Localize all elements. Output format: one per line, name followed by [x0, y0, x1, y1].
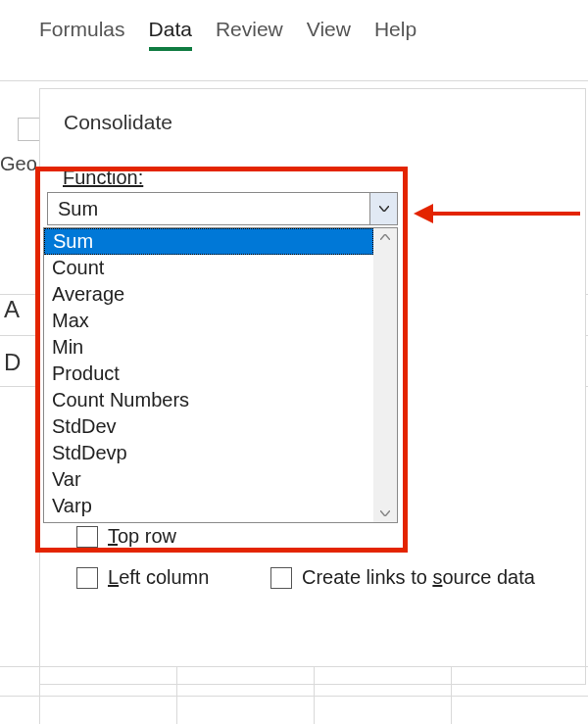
dialog-title: Consolidate: [40, 89, 585, 162]
checkbox-top-row-label: Top row: [108, 525, 176, 548]
list-item[interactable]: Varp: [44, 493, 373, 519]
arrow-head-icon: [414, 204, 433, 223]
checkbox-icon[interactable]: [76, 526, 98, 548]
list-item[interactable]: Sum: [44, 228, 373, 255]
list-item[interactable]: Product: [44, 361, 373, 387]
function-dropdown-list[interactable]: Sum Count Average Max Min Product Count …: [43, 227, 398, 523]
list-item[interactable]: Min: [44, 334, 373, 361]
row-label-a: A: [4, 296, 20, 323]
tab-formulas[interactable]: Formulas: [39, 18, 125, 47]
annotation-arrow: [414, 204, 580, 223]
chevron-down-icon: [380, 510, 390, 516]
ribbon-tabs: Formulas Data Review View Help: [0, 18, 588, 59]
checkbox-create-links-label: Create links to source data: [302, 566, 535, 589]
list-scrollbar[interactable]: [373, 228, 397, 522]
checkbox-left-column[interactable]: Left column: [76, 566, 209, 589]
function-options: Sum Count Average Max Min Product Count …: [44, 228, 373, 522]
list-item[interactable]: StdDevp: [44, 440, 373, 466]
ribbon-group-label: Geo: [0, 153, 37, 175]
chevron-up-icon: [380, 234, 390, 240]
checkbox-icon[interactable]: [270, 567, 292, 589]
list-item[interactable]: Var: [44, 466, 373, 493]
tab-data[interactable]: Data: [149, 18, 192, 51]
list-item[interactable]: Count Numbers: [44, 387, 373, 413]
tab-view[interactable]: View: [307, 18, 351, 47]
spreadsheet-grid: [0, 666, 588, 724]
function-dropdown-button[interactable]: [369, 193, 397, 224]
row-label-d: D: [4, 349, 21, 376]
checkbox-create-links[interactable]: Create links to source data: [270, 566, 535, 589]
list-item[interactable]: Average: [44, 281, 373, 308]
function-label: Function:: [63, 167, 143, 189]
arrow-line: [431, 212, 580, 216]
tab-review[interactable]: Review: [216, 18, 283, 47]
function-dropdown-value: Sum: [48, 198, 369, 220]
checkbox-icon[interactable]: [76, 567, 98, 589]
checkbox-top-row[interactable]: Top row: [76, 525, 176, 548]
list-item[interactable]: StdDev: [44, 413, 373, 440]
chevron-down-icon: [379, 206, 389, 212]
checkbox-left-column-label: Left column: [108, 566, 209, 589]
list-item[interactable]: Count: [44, 255, 373, 281]
list-item[interactable]: Max: [44, 308, 373, 334]
ribbon-divider: [0, 80, 588, 81]
tab-help[interactable]: Help: [374, 18, 416, 47]
function-dropdown[interactable]: Sum: [47, 192, 398, 225]
